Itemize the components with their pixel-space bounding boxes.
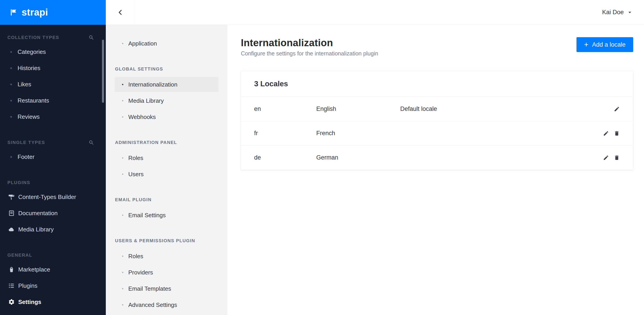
book-icon xyxy=(8,210,15,216)
subnav-item-application[interactable]: Application xyxy=(115,36,218,51)
admin-panel-heading: ADMINISTRATION PANEL xyxy=(106,140,227,145)
sidebar-item-plugins[interactable]: Plugins xyxy=(0,278,106,294)
sidebar-item-footer[interactable]: Footer xyxy=(0,149,106,165)
sidebar-item-media-library[interactable]: Media Library xyxy=(0,221,106,237)
plugins-heading: PLUGINS xyxy=(0,179,106,186)
sidebar-item-label: Marketplace xyxy=(18,266,50,273)
subnav-item-admin-roles[interactable]: Roles xyxy=(115,151,218,165)
search-icon[interactable] xyxy=(88,35,94,40)
locale-row-de: de German xyxy=(241,145,633,170)
pencil-icon xyxy=(603,155,609,161)
single-types-heading: SINGLE TYPES xyxy=(0,139,106,146)
locales-card-header: 3 Locales xyxy=(241,71,633,97)
page-header-text: Internationalization Configure the setti… xyxy=(241,37,378,57)
gear-icon xyxy=(8,298,15,305)
bullet-dot xyxy=(122,304,123,305)
locales-card: 3 Locales en English Default locale xyxy=(241,71,633,170)
subnav-item-admin-users[interactable]: Users xyxy=(115,167,218,182)
pencil-icon xyxy=(614,106,620,112)
sidebar-item-label: Reviews xyxy=(18,113,40,120)
sidebar-item-settings[interactable]: Settings xyxy=(0,294,106,310)
sidebar-nav: COLLECTION TYPES Categories Histories Li… xyxy=(0,25,106,315)
page-subtitle: Configure the settings for the internati… xyxy=(241,50,378,57)
add-locale-button[interactable]: + Add a locale xyxy=(576,37,633,52)
sidebar-item-categories[interactable]: Categories xyxy=(0,44,106,60)
locale-code: en xyxy=(254,105,316,112)
bullet-dot xyxy=(10,156,12,158)
list-icon xyxy=(8,282,15,289)
sidebar-item-content-types-builder[interactable]: Content-Types Builder xyxy=(0,189,106,205)
section-plugins: PLUGINS Content-Types Builder xyxy=(0,179,106,237)
bullet-dot xyxy=(10,116,12,118)
main-sidebar: strapi COLLECTION TYPES Categories Histo… xyxy=(0,0,106,315)
section-general: GENERAL Marketplace xyxy=(0,252,106,310)
locale-row-fr: fr French xyxy=(241,121,633,145)
subnav-item-webhooks[interactable]: Webhooks xyxy=(115,110,218,124)
edit-locale-button[interactable] xyxy=(603,155,609,161)
brand-name: strapi xyxy=(22,7,48,18)
sidebar-item-label: Footer xyxy=(18,153,34,160)
search-icon[interactable] xyxy=(88,139,94,145)
sidebar-scrollbar[interactable] xyxy=(102,40,104,103)
global-settings-heading: GLOBAL SETTINGS xyxy=(106,66,227,72)
subnav-item-up-roles[interactable]: Roles xyxy=(115,249,218,264)
chevron-left-icon xyxy=(116,9,124,16)
sidebar-item-label: Plugins xyxy=(18,282,37,289)
sidebar-item-restaurants[interactable]: Restaurants xyxy=(0,92,106,109)
bullet-dot xyxy=(10,51,12,53)
bullet-dot xyxy=(122,43,123,44)
subnav-item-label: Roles xyxy=(128,253,143,260)
bullet-dot xyxy=(10,84,12,85)
locale-code: de xyxy=(254,154,316,161)
sidebar-item-label: Content-Types Builder xyxy=(18,194,76,201)
sidebar-item-label: Categories xyxy=(18,49,46,56)
locale-name: English xyxy=(316,105,400,112)
edit-locale-button[interactable] xyxy=(603,130,609,137)
subnav-item-email-settings[interactable]: Email Settings xyxy=(115,208,218,223)
strapi-logo[interactable]: strapi xyxy=(0,0,106,25)
bullet-dot xyxy=(10,67,12,69)
subnav-item-label: Providers xyxy=(128,269,153,276)
sidebar-item-documentation[interactable]: Documentation xyxy=(0,205,106,221)
bullet-dot xyxy=(10,100,12,101)
sidebar-item-label: Histories xyxy=(18,65,40,72)
users-permissions-heading: USERS & PERMISSIONS PLUGIN xyxy=(106,238,227,243)
back-button[interactable] xyxy=(106,0,135,25)
sidebar-item-marketplace[interactable]: Marketplace xyxy=(0,261,106,278)
single-types-label: SINGLE TYPES xyxy=(8,139,45,146)
paint-roller-icon xyxy=(8,194,15,200)
subnav-item-advanced-settings[interactable]: Advanced Settings xyxy=(115,297,218,312)
bullet-dot xyxy=(122,84,123,85)
subnav-item-label: Webhooks xyxy=(128,114,156,121)
subnav-item-email-templates[interactable]: Email Templates xyxy=(115,281,218,296)
subnav-item-label: Advanced Settings xyxy=(128,301,177,308)
user-menu[interactable]: Kai Doe xyxy=(602,9,644,16)
subnav-item-providers[interactable]: Providers xyxy=(115,265,218,280)
sidebar-item-reviews[interactable]: Reviews xyxy=(0,109,106,125)
top-bar: Kai Doe xyxy=(106,0,644,25)
subnav-item-label: Email Templates xyxy=(128,285,171,292)
caret-down-icon xyxy=(627,10,632,15)
trash-icon xyxy=(614,155,620,161)
bullet-dot xyxy=(122,272,123,273)
locale-note: Default locale xyxy=(400,105,614,112)
delete-locale-button[interactable] xyxy=(614,155,620,161)
add-locale-label: Add a locale xyxy=(592,41,626,48)
delete-locale-button[interactable] xyxy=(614,130,620,137)
sidebar-item-likes[interactable]: Likes xyxy=(0,76,106,92)
strapi-flag-icon xyxy=(10,8,18,17)
sidebar-item-histories[interactable]: Histories xyxy=(0,60,106,76)
subnav-item-internationalization[interactable]: Internationalization xyxy=(115,77,218,92)
email-plugin-heading: EMAIL PLUGIN xyxy=(106,197,227,202)
sidebar-item-label: Likes xyxy=(18,81,31,88)
settings-subnav: Application GLOBAL SETTINGS Internationa… xyxy=(106,25,227,315)
main-content: Internationalization Configure the setti… xyxy=(227,25,644,315)
subnav-item-media-library[interactable]: Media Library xyxy=(115,93,218,108)
edit-locale-button[interactable] xyxy=(614,106,620,112)
locale-name: French xyxy=(316,130,400,137)
trash-icon xyxy=(614,130,620,136)
section-single-types: SINGLE TYPES Footer xyxy=(0,139,106,165)
locale-name: German xyxy=(316,154,400,161)
shopping-bag-icon xyxy=(8,266,15,273)
plus-icon: + xyxy=(584,41,589,48)
